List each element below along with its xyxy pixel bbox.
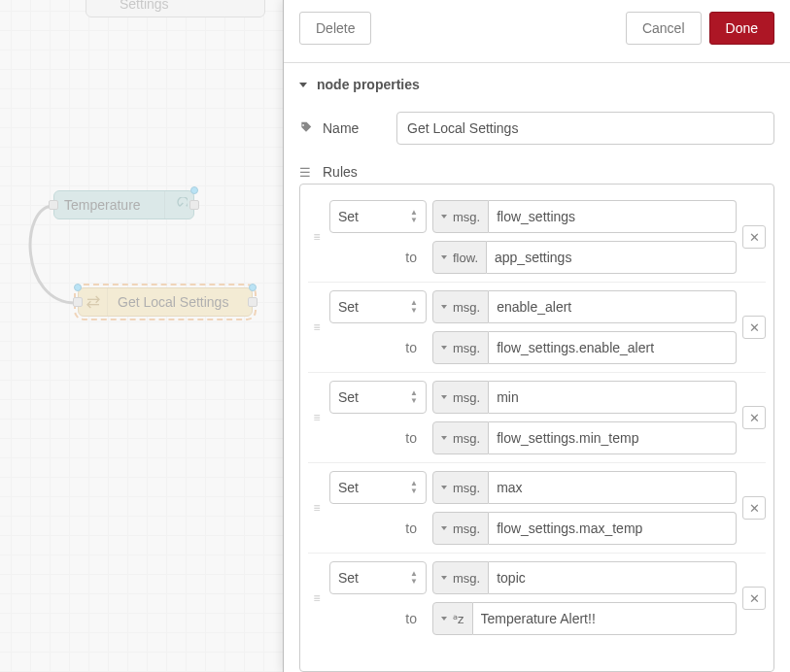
section-toggle[interactable]: node properties bbox=[284, 63, 790, 102]
node-get-local-settings[interactable]: Get Local Settings bbox=[78, 287, 253, 317]
prop-type-select[interactable]: msg. bbox=[432, 381, 489, 414]
prop-type-select[interactable]: msg. bbox=[432, 290, 489, 323]
list-icon: ☰ bbox=[299, 165, 317, 180]
action-select[interactable]: Set ▲▼ bbox=[329, 290, 427, 323]
value-input[interactable] bbox=[489, 331, 737, 364]
caret-down-icon bbox=[441, 617, 447, 621]
caret-down-icon bbox=[441, 255, 447, 259]
prop-type-select[interactable]: msg. bbox=[432, 200, 489, 233]
value-type-select[interactable]: ᵃz bbox=[432, 602, 473, 635]
rule-row: ≡ Set ▲▼ msg. to bbox=[308, 283, 766, 373]
rules-label: ☰ Rules bbox=[299, 164, 396, 180]
prop-input[interactable] bbox=[489, 381, 737, 414]
prop-type-select[interactable]: msg. bbox=[432, 471, 489, 504]
name-input[interactable] bbox=[396, 112, 774, 145]
remove-rule-button[interactable]: ✕ bbox=[742, 225, 766, 249]
port-out[interactable] bbox=[248, 297, 258, 307]
rule-prop-line: Set ▲▼ msg. bbox=[329, 561, 737, 594]
value-input[interactable] bbox=[489, 421, 737, 454]
tag-icon bbox=[299, 120, 317, 137]
rule-prop-line: Set ▲▼ msg. bbox=[329, 381, 737, 414]
caret-down-icon bbox=[441, 395, 447, 399]
prop-type-label: msg. bbox=[453, 300, 480, 315]
rule-to-line: to flow. bbox=[329, 241, 737, 274]
rules-label-row: ☰ Rules bbox=[284, 154, 790, 184]
value-type-label: msg. bbox=[453, 521, 480, 536]
value-type-select[interactable]: msg. bbox=[432, 331, 489, 364]
action-select[interactable]: Set ▲▼ bbox=[329, 561, 427, 594]
select-arrows-icon: ▲▼ bbox=[410, 480, 418, 495]
prop-input[interactable] bbox=[489, 471, 737, 504]
select-arrows-icon: ▲▼ bbox=[410, 299, 418, 315]
rule-to-line: to msg. bbox=[329, 331, 737, 364]
caret-down-icon bbox=[441, 305, 447, 309]
select-arrows-icon: ▲▼ bbox=[410, 209, 418, 224]
label-text: Name bbox=[323, 120, 359, 136]
to-label: to bbox=[329, 521, 427, 536]
cancel-button[interactable]: Cancel bbox=[626, 12, 702, 45]
value-type-select[interactable]: flow. bbox=[432, 241, 487, 274]
rule-row: ≡ Set ▲▼ msg. to bbox=[308, 373, 766, 463]
value-input[interactable] bbox=[473, 602, 738, 635]
action-select[interactable]: Set ▲▼ bbox=[329, 471, 427, 504]
action-value: Set bbox=[338, 299, 359, 315]
prop-type-label: msg. bbox=[453, 390, 480, 405]
chevron-down-icon bbox=[299, 83, 307, 87]
prop-type-label: msg. bbox=[453, 481, 480, 495]
port-in[interactable] bbox=[73, 297, 83, 307]
value-type-label: flow. bbox=[453, 251, 478, 265]
value-type-select[interactable]: msg. bbox=[432, 421, 489, 454]
rule-prop-line: Set ▲▼ msg. bbox=[329, 200, 737, 233]
value-input[interactable] bbox=[489, 512, 737, 545]
node-label: Settings bbox=[120, 0, 169, 12]
svg-line-0 bbox=[180, 203, 183, 206]
action-select[interactable]: Set ▲▼ bbox=[329, 200, 427, 233]
drag-handle-icon[interactable]: ≡ bbox=[308, 321, 326, 333]
select-arrows-icon: ▲▼ bbox=[410, 570, 418, 586]
change-icon bbox=[79, 288, 108, 316]
action-value: Set bbox=[338, 209, 359, 224]
rule-row: ≡ Set ▲▼ msg. to bbox=[308, 463, 766, 554]
value-input[interactable] bbox=[487, 241, 737, 274]
rules-list: ≡ Set ▲▼ msg. to bbox=[299, 184, 774, 672]
action-select[interactable]: Set ▲▼ bbox=[329, 381, 427, 414]
value-type-label: ᵃz bbox=[453, 612, 464, 626]
rule-row: ≡ Set ▲▼ msg. to bbox=[308, 554, 766, 643]
port-in[interactable] bbox=[49, 200, 58, 210]
drag-handle-icon[interactable]: ≡ bbox=[308, 502, 326, 514]
rule-body: Set ▲▼ msg. to flow. bbox=[329, 200, 737, 274]
delete-button[interactable]: Delete bbox=[299, 12, 371, 45]
done-button[interactable]: Done bbox=[709, 12, 774, 45]
prop-input[interactable] bbox=[489, 561, 737, 594]
drag-handle-icon[interactable]: ≡ bbox=[308, 412, 326, 423]
rule-row: ≡ Set ▲▼ msg. to bbox=[308, 192, 766, 283]
caret-down-icon bbox=[441, 526, 447, 530]
port-out[interactable] bbox=[189, 200, 199, 210]
name-label: Name bbox=[299, 120, 396, 137]
status-dot bbox=[190, 186, 198, 194]
status-dot bbox=[74, 284, 82, 291]
node-label: Get Local Settings bbox=[108, 294, 252, 310]
remove-rule-button[interactable]: ✕ bbox=[742, 316, 766, 339]
prop-input[interactable] bbox=[489, 290, 737, 323]
rule-prop-line: Set ▲▼ msg. bbox=[329, 471, 737, 504]
remove-rule-button[interactable]: ✕ bbox=[742, 406, 766, 429]
value-type-label: msg. bbox=[453, 431, 480, 446]
node-temperature[interactable]: Temperature bbox=[53, 190, 194, 219]
caret-down-icon bbox=[441, 346, 447, 350]
prop-type-label: msg. bbox=[453, 571, 480, 586]
action-value: Set bbox=[338, 480, 359, 495]
value-type-select[interactable]: msg. bbox=[432, 512, 489, 545]
prop-type-select[interactable]: msg. bbox=[432, 561, 489, 594]
label-text: Rules bbox=[323, 164, 358, 180]
remove-rule-button[interactable]: ✕ bbox=[742, 496, 766, 520]
remove-rule-button[interactable]: ✕ bbox=[742, 587, 766, 610]
rule-body: Set ▲▼ msg. to msg. bbox=[329, 471, 737, 545]
status-dot bbox=[249, 284, 257, 291]
prop-input[interactable] bbox=[489, 200, 737, 233]
rule-body: Set ▲▼ msg. to msg. bbox=[329, 381, 737, 454]
to-label: to bbox=[329, 250, 427, 265]
panel-toolbar: Delete Cancel Done bbox=[284, 0, 790, 63]
drag-handle-icon[interactable]: ≡ bbox=[308, 231, 326, 243]
drag-handle-icon[interactable]: ≡ bbox=[308, 592, 326, 604]
